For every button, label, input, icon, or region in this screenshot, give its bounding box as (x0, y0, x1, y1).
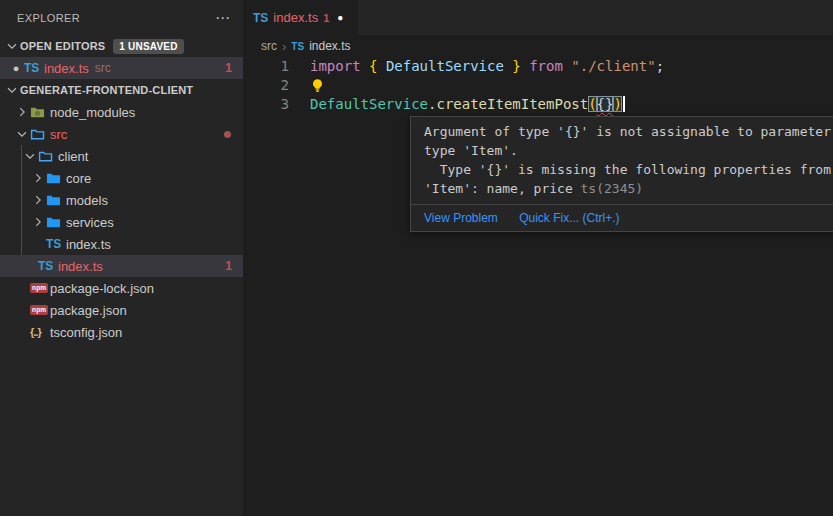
open-editor-file-description: src (95, 61, 111, 75)
tree-item-client[interactable]: client (0, 145, 243, 167)
unsaved-dot-icon[interactable]: ● (337, 12, 343, 23)
chevron-down-icon (4, 38, 20, 54)
folder-icon (46, 192, 66, 208)
tree-item-services[interactable]: services (0, 211, 243, 233)
tree-item-label: client (58, 149, 88, 164)
folder-icon (46, 214, 66, 230)
vscode-window: EXPLORER ⋯ OPEN EDITORS 1 UNSAVED ● TS i… (0, 0, 833, 516)
tree-item-label: node_modules (50, 105, 135, 120)
ts-file-icon: TS (38, 259, 53, 273)
lightbulb-icon[interactable] (310, 78, 325, 93)
chevron-right-icon (30, 170, 46, 186)
code-line-2[interactable]: 2 (243, 76, 833, 95)
code-token: } (504, 58, 521, 74)
tree-item-label: core (66, 171, 91, 186)
explorer-header: EXPLORER ⋯ (0, 0, 243, 35)
project-root-label: GENERATE-FRONTEND-CLIENT (20, 84, 193, 96)
tree-item-src[interactable]: src (0, 123, 243, 145)
node-modules-folder-icon (30, 104, 50, 120)
code-line-3[interactable]: 3 DefaultService.createItemItemPost({}) (243, 95, 833, 114)
breadcrumb: src › TS index.ts (243, 35, 833, 57)
tree-item-node-modules[interactable]: node_modules (0, 101, 243, 123)
ts-file-icon: TS (291, 41, 304, 52)
error-message-line: Type '{}' is missing the following prope… (424, 160, 833, 179)
json-braces-icon: {..} (30, 326, 41, 338)
open-editors-header[interactable]: OPEN EDITORS 1 UNSAVED (0, 35, 243, 57)
tooltip-action-bar: View Problem Quick Fix... (Ctrl+.) (411, 204, 833, 231)
ts-file-icon: TS (253, 11, 268, 25)
chevron-right-icon (30, 214, 46, 230)
tab-file-name: index.ts (273, 10, 318, 25)
chevron-down-icon (14, 126, 30, 142)
code-token: ; (656, 58, 664, 74)
tree-item-label: index.ts (58, 259, 103, 274)
unsaved-badge: 1 UNSAVED (113, 39, 183, 54)
project-root-header[interactable]: GENERATE-FRONTEND-CLIENT (0, 79, 243, 101)
explorer-sidebar: EXPLORER ⋯ OPEN EDITORS 1 UNSAVED ● TS i… (0, 0, 243, 516)
code-token: createItemItemPost (436, 96, 588, 112)
ts-file-icon: TS (46, 237, 61, 251)
npm-icon: npm (30, 283, 48, 294)
folder-open-icon (30, 126, 50, 142)
folder-icon (46, 170, 66, 186)
tree-item-core[interactable]: core (0, 167, 243, 189)
open-editors-label: OPEN EDITORS (20, 40, 105, 52)
chevron-right-icon (14, 104, 30, 120)
breadcrumb-separator-icon: › (282, 39, 286, 54)
tree-item-label: package-lock.json (50, 281, 154, 296)
code-line-1[interactable]: 1 import { DefaultService } from "./clie… (243, 57, 833, 76)
tree-item-label: package.json (50, 303, 127, 318)
editor-group: TS index.ts 1 ● src › TS index.ts 1 impo… (243, 0, 833, 516)
breadcrumb-folder[interactable]: src (261, 39, 277, 53)
open-editor-file-name: index.ts (44, 61, 89, 76)
chevron-right-icon (30, 192, 46, 208)
error-message-line: Argument of type '{}' is not assignable … (424, 122, 833, 141)
quick-fix-link[interactable]: Quick Fix... (Ctrl+.) (519, 211, 619, 225)
tree-item-label: models (66, 193, 108, 208)
chevron-down-icon (4, 82, 20, 98)
more-actions-icon[interactable]: ⋯ (215, 13, 231, 23)
ts-file-icon: TS (24, 61, 39, 75)
error-message-line: 'Item': name, price ts(2345) (424, 179, 833, 198)
code-token: import (310, 58, 369, 74)
error-code: ts(2345) (581, 181, 644, 196)
tab-error-count: 1 (323, 12, 329, 24)
tree-item-label: tsconfig.json (50, 325, 122, 340)
chevron-down-icon (22, 148, 38, 164)
error-message-text: 'Item': name, price (424, 181, 581, 196)
code-token: { (369, 58, 386, 74)
error-count-badge: 1 (225, 61, 232, 75)
tree-item-package-json[interactable]: npm package.json (0, 299, 243, 321)
code-token: from (521, 58, 572, 74)
tree-item-tsconfig-json[interactable]: {..} tsconfig.json (0, 321, 243, 343)
text-cursor (623, 96, 625, 112)
tree-item-label: index.ts (66, 237, 111, 252)
bracket-match: ) (613, 96, 621, 112)
tree-item-package-lock-json[interactable]: npm package-lock.json (0, 277, 243, 299)
bracket-match: ( (588, 96, 596, 112)
breadcrumb-file[interactable]: index.ts (309, 39, 350, 53)
explorer-title: EXPLORER (17, 12, 80, 24)
tab-bar: TS index.ts 1 ● (243, 0, 833, 35)
tree-item-index-ts-src[interactable]: TS index.ts 1 (0, 255, 243, 277)
folder-open-icon (38, 148, 58, 164)
tree-item-label: src (50, 127, 67, 142)
error-message: Argument of type '{}' is not assignable … (411, 117, 833, 204)
folder-error-dot-badge (224, 131, 231, 138)
code-editor[interactable]: 1 import { DefaultService } from "./clie… (243, 57, 833, 114)
line-number: 1 (243, 57, 289, 76)
view-problem-link[interactable]: View Problem (424, 211, 498, 225)
tree-item-index-ts-client[interactable]: TS index.ts (0, 233, 243, 255)
line-number: 3 (243, 95, 289, 114)
modified-dot-icon[interactable]: ● (8, 62, 24, 74)
error-tooltip: Argument of type '{}' is not assignable … (410, 116, 833, 232)
open-editor-item-index-ts[interactable]: ● TS index.ts src 1 (0, 57, 243, 79)
error-underlined-token: {} (597, 96, 614, 112)
code-token: DefaultService (310, 96, 428, 112)
tree-item-models[interactable]: models (0, 189, 243, 211)
tab-index-ts[interactable]: TS index.ts 1 ● (243, 0, 358, 35)
code-token: DefaultService (386, 58, 504, 74)
line-number: 2 (243, 76, 289, 95)
code-token: "./client" (571, 58, 655, 74)
error-message-line: type 'Item'. (424, 141, 833, 160)
